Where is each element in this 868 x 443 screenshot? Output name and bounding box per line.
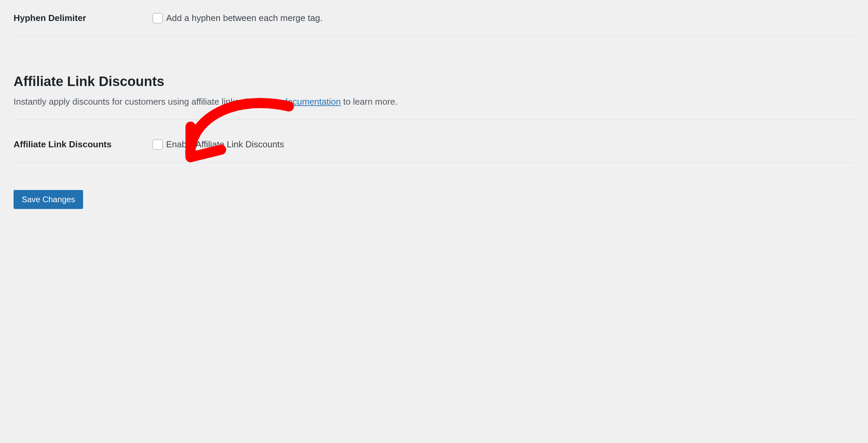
save-button[interactable]: Save Changes bbox=[14, 190, 83, 209]
affiliate-link-discounts-row: Affiliate Link Discounts Enable Affiliat… bbox=[14, 126, 854, 163]
save-button-wrap: Save Changes bbox=[14, 163, 854, 223]
documentation-link[interactable]: Read our documentation bbox=[244, 97, 341, 107]
enable-affiliate-link-discounts-label: Enable Affiliate Link Discounts bbox=[166, 139, 284, 150]
enable-affiliate-link-discounts-checkbox[interactable] bbox=[153, 140, 163, 150]
hyphen-delimiter-checkbox-label: Add a hyphen between each merge tag. bbox=[166, 13, 322, 23]
affiliate-link-discounts-heading-block: Affiliate Link Discounts Instantly apply… bbox=[14, 37, 854, 126]
description-text-after: to learn more. bbox=[341, 97, 398, 107]
hyphen-delimiter-row: Hyphen Delimiter Add a hyphen between ea… bbox=[14, 0, 854, 37]
affiliate-link-discounts-heading: Affiliate Link Discounts bbox=[14, 74, 854, 89]
hyphen-delimiter-label: Hyphen Delimiter bbox=[14, 13, 153, 23]
hyphen-delimiter-checkbox[interactable] bbox=[153, 13, 163, 23]
affiliate-link-discounts-row-label: Affiliate Link Discounts bbox=[14, 139, 153, 150]
description-text-before: Instantly apply discounts for customers … bbox=[14, 97, 244, 107]
settings-section: Hyphen Delimiter Add a hyphen between ea… bbox=[14, 0, 854, 223]
affiliate-link-discounts-input-wrap: Enable Affiliate Link Discounts bbox=[153, 139, 284, 150]
hyphen-delimiter-input-wrap: Add a hyphen between each merge tag. bbox=[153, 13, 322, 23]
affiliate-link-discounts-description: Instantly apply discounts for customers … bbox=[14, 95, 854, 120]
